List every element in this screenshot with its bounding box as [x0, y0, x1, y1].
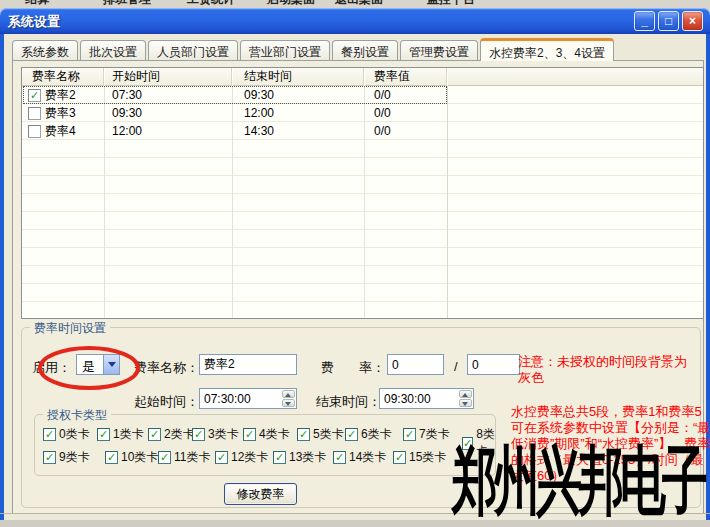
tab-meal-settings[interactable]: 餐别设置: [332, 40, 398, 60]
tab-system-params[interactable]: 系统参数: [12, 40, 78, 60]
cell-end-time: 12:00: [232, 106, 364, 120]
card-type-item[interactable]: ✓7类卡: [403, 426, 450, 443]
card-checkbox[interactable]: ✓: [105, 451, 118, 464]
bg-menu-item: 退出桌面: [335, 0, 383, 8]
checkmark-icon: ✓: [150, 428, 159, 440]
card-checkbox[interactable]: ✓: [158, 451, 171, 464]
checkmark-icon: ✓: [405, 428, 414, 440]
rate-name-text: 费率4: [45, 123, 76, 140]
card-checkbox[interactable]: ✓: [333, 451, 346, 464]
card-checkbox[interactable]: ✓: [393, 451, 406, 464]
modify-rate-button[interactable]: 修改费率: [224, 483, 297, 505]
fee-divider-text: /: [454, 359, 458, 374]
card-type-item[interactable]: ✓2类卡: [148, 426, 195, 443]
rates-table[interactable]: 费率名称 开始时间 结束时间 费率值 ✓ 费率2 07:30: [21, 67, 704, 319]
rate-name-text: 费率3: [45, 105, 76, 122]
card-label: 0类卡: [59, 426, 90, 443]
checkmark-icon: ✓: [245, 428, 254, 440]
table-header: 费率名称 开始时间 结束时间 费率值: [22, 68, 703, 86]
card-type-item[interactable]: ✓14类卡: [333, 449, 386, 466]
card-checkbox[interactable]: ✓: [215, 451, 228, 464]
cell-end-time: 14:30: [232, 124, 364, 138]
table-row[interactable]: 费率3 09:30 12:00 0/0: [22, 104, 703, 122]
row-checkbox[interactable]: [28, 125, 41, 138]
header-cell-rate-name[interactable]: 费率名称: [22, 68, 104, 86]
fee-amount-field: [387, 354, 444, 375]
fee-time-field: [467, 354, 520, 375]
card-label: 5类卡: [313, 426, 344, 443]
card-type-item[interactable]: ✓9类卡: [43, 449, 90, 466]
note-unauthorized-gray: 注意：未授权的时间段背景为灰色: [518, 354, 696, 386]
checkmark-icon: ✓: [275, 451, 284, 463]
end-time-label: 结束时间：: [316, 393, 381, 411]
row-checkbox[interactable]: [28, 107, 41, 120]
tab-water-rate-234[interactable]: 水控费率2、3、4设置: [480, 38, 614, 61]
card-checkbox[interactable]: ✓: [345, 428, 358, 441]
enable-dropdown[interactable]: 是: [76, 354, 120, 375]
card-checkbox[interactable]: ✓: [273, 451, 286, 464]
rate-time-group-title: 费率时间设置: [30, 320, 110, 337]
spinner-down-button[interactable]: [459, 399, 472, 407]
tab-staff-dept[interactable]: 人员部门设置: [148, 40, 238, 60]
cell-start-time: 12:00: [104, 124, 232, 138]
card-type-item[interactable]: ✓4类卡: [243, 426, 290, 443]
table-row[interactable]: 费率4 12:00 14:30 0/0: [22, 122, 703, 140]
card-type-item[interactable]: ✓3类卡: [192, 426, 239, 443]
end-time-input[interactable]: [380, 389, 459, 408]
close-button[interactable]: ×: [682, 11, 703, 31]
tab-mgmt-fee[interactable]: 管理费设置: [400, 40, 478, 60]
maximize-button[interactable]: □: [658, 11, 679, 31]
card-type-item[interactable]: ✓10类卡: [105, 449, 158, 466]
fee-label-part2: 率：: [359, 359, 385, 377]
fee-label-part1: 费: [321, 359, 334, 377]
fee-time-input[interactable]: [468, 355, 519, 374]
card-type-item[interactable]: ✓1类卡: [97, 426, 144, 443]
card-type-item[interactable]: ✓13类卡: [273, 449, 326, 466]
card-type-item[interactable]: ✓5类卡: [297, 426, 344, 443]
card-type-item[interactable]: ✓0类卡: [43, 426, 90, 443]
card-checkbox[interactable]: ✓: [403, 428, 416, 441]
spinner-down-button[interactable]: [282, 399, 295, 407]
header-cell-end-time[interactable]: 结束时间: [232, 68, 364, 86]
minimize-button[interactable]: _: [634, 11, 655, 31]
dropdown-arrow-button[interactable]: [103, 355, 119, 374]
card-checkbox[interactable]: ✓: [43, 451, 56, 464]
cell-rate-name: 费率3: [22, 105, 104, 122]
card-checkbox[interactable]: ✓: [97, 428, 110, 441]
cell-end-time: 09:30: [232, 88, 364, 102]
start-time-input[interactable]: [200, 389, 282, 408]
spinner-up-button[interactable]: [459, 390, 472, 398]
cell-rate-name: ✓ 费率2: [22, 87, 104, 104]
header-cell-rate-value[interactable]: 费率值: [364, 68, 447, 86]
card-checkbox[interactable]: ✓: [148, 428, 161, 441]
card-checkbox[interactable]: ✓: [243, 428, 256, 441]
card-label: 3类卡: [208, 426, 239, 443]
card-checkbox[interactable]: ✓: [297, 428, 310, 441]
spinner-up-button[interactable]: [282, 390, 295, 398]
card-type-item[interactable]: ✓15类卡: [393, 449, 446, 466]
watermark-text: 郑州兴邦电子: [452, 431, 704, 527]
card-type-item[interactable]: ✓11类卡: [158, 449, 210, 466]
rate-name-input[interactable]: [200, 355, 296, 374]
arrow-up-icon: [462, 393, 468, 397]
titlebar[interactable]: 系统设置 _ □ ×: [0, 8, 710, 34]
cell-rate-value: 0/0: [364, 106, 447, 120]
tab-business-dept[interactable]: 营业部门设置: [240, 40, 330, 60]
card-label: 7类卡: [419, 426, 450, 443]
card-checkbox[interactable]: ✓: [43, 428, 56, 441]
card-type-item[interactable]: ✓6类卡: [345, 426, 392, 443]
arrow-down-icon: [462, 402, 468, 406]
cell-start-time: 09:30: [104, 106, 232, 120]
table-row[interactable]: ✓ 费率2 07:30 09:30 0/0: [22, 86, 703, 104]
header-cell-start-time[interactable]: 开始时间: [104, 68, 232, 86]
card-type-item[interactable]: ✓12类卡: [215, 449, 268, 466]
checkmark-icon: ✓: [335, 451, 344, 463]
row-checkbox[interactable]: ✓: [28, 89, 41, 102]
chevron-down-icon: [108, 362, 116, 367]
card-checkbox[interactable]: ✓: [192, 428, 205, 441]
tab-batch-settings[interactable]: 批次设置: [80, 40, 146, 60]
card-label: 2类卡: [164, 426, 195, 443]
fee-amount-input[interactable]: [388, 355, 443, 374]
start-time-label: 起始时间：: [134, 393, 199, 411]
arrow-up-icon: [285, 393, 291, 397]
